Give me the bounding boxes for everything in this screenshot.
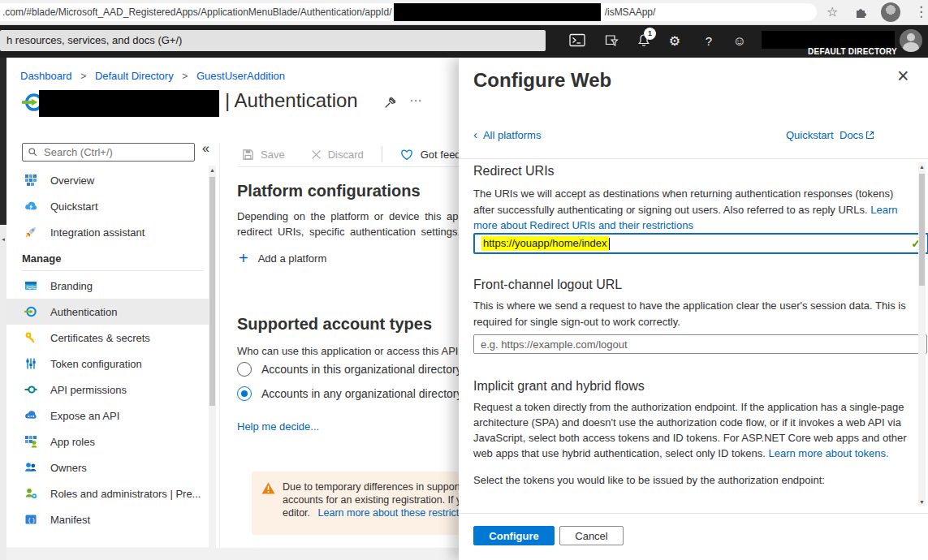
breadcrumb-separator: >: [80, 71, 86, 82]
help-me-decide-link[interactable]: Help me decide...: [237, 420, 319, 433]
warning-line1: Due to temporary differences in supporte…: [283, 480, 481, 493]
feedback-smiley-icon[interactable]: ☺: [731, 33, 749, 50]
sidebar-separator: [219, 143, 220, 549]
browser-profile-avatar[interactable]: [881, 2, 900, 22]
notification-badge: 1: [644, 28, 656, 40]
sidebar-item-integration-assistant[interactable]: Integration assistant: [6, 219, 209, 245]
page-title: | Authentication: [225, 89, 358, 112]
url-prefix: .com/#blade/Microsoft_AAD_RegisteredApps…: [0, 6, 392, 18]
logout-url-input[interactable]: e.g. https://example.com/logout: [473, 334, 927, 354]
sidebar-item-token-configuration[interactable]: Token configuration: [6, 351, 209, 377]
warning-triangle-icon: [261, 482, 275, 498]
cancel-button[interactable]: Cancel: [559, 526, 624, 545]
all-platforms-label: All platforms: [483, 129, 542, 141]
all-platforms-back-link[interactable]: ‹ All platforms: [473, 127, 541, 141]
close-icon[interactable]: ×: [897, 64, 909, 88]
learn-more-tokens-link[interactable]: Learn more about tokens.: [769, 447, 889, 459]
pin-icon[interactable]: [383, 96, 397, 113]
roles-admins-icon: [24, 487, 37, 500]
panel-scrollbar[interactable]: ▲ ▼: [918, 162, 926, 506]
platform-desc-line1: Depending on the platform or device this…: [237, 210, 459, 222]
scrollbar-thumb[interactable]: [919, 174, 925, 286]
help-icon[interactable]: ?: [700, 33, 718, 50]
sidebar-item-api-permissions[interactable]: API permissions: [6, 377, 209, 403]
sidebar-item-authentication[interactable]: Authentication: [6, 299, 209, 325]
radio-label: Accounts in any organizational directory…: [261, 387, 477, 400]
quickstart-link[interactable]: Quickstart: [786, 129, 834, 141]
sidebar-collapse-icon[interactable]: «: [202, 141, 209, 156]
configure-button[interactable]: Configure: [473, 526, 555, 545]
app-roles-icon: [24, 435, 37, 448]
sidebar-item-label: Authentication: [50, 306, 117, 318]
text-caret: [609, 238, 610, 250]
expose-api-cloud-icon: [24, 409, 37, 422]
toolbar-separator: [382, 146, 382, 162]
add-platform-button[interactable]: + Add a platform: [239, 251, 326, 265]
address-bar[interactable]: .com/#blade/Microsoft_AAD_RegisteredApps…: [0, 3, 817, 21]
sidebar-item-label: Quickstart: [50, 200, 98, 213]
breadcrumb-guestuseraddition[interactable]: GuestUserAddition: [196, 70, 285, 82]
breadcrumb-default-directory[interactable]: Default Directory: [95, 70, 174, 82]
radio-option-any-directory[interactable]: Accounts in any organizational directory…: [237, 386, 477, 401]
bookmark-star-icon[interactable]: ☆: [827, 4, 838, 20]
title-more-icon[interactable]: …: [409, 90, 424, 105]
strip-arrow-icon: ◂: [0, 236, 6, 243]
panel-divider: [459, 158, 928, 159]
browser-menu-dots-icon[interactable]: ⋮: [914, 4, 928, 20]
warning-line3: editor. Learn more about these restricti…: [283, 506, 481, 519]
sidebar-item-owners[interactable]: Owners: [6, 454, 209, 480]
global-search-input[interactable]: h resources, services, and docs (G+/): [0, 30, 546, 51]
scroll-down-icon[interactable]: ▼: [918, 499, 926, 505]
radio-unselected-icon[interactable]: [237, 362, 252, 377]
extensions-puzzle-icon[interactable]: [854, 6, 867, 23]
save-button[interactable]: Save: [242, 149, 285, 161]
discard-button[interactable]: Discard: [311, 149, 364, 161]
scroll-up-icon[interactable]: ▲: [918, 164, 926, 170]
supported-account-types-title: Supported account types: [237, 315, 432, 334]
panel-footer-divider: [459, 513, 928, 514]
breadcrumb-dashboard[interactable]: Dashboard: [20, 70, 72, 82]
scrollbar-thumb[interactable]: [209, 177, 215, 406]
sidebar-item-expose-an-api[interactable]: Expose an API: [6, 403, 209, 429]
sidebar-item-app-roles[interactable]: App roles: [6, 429, 209, 454]
scroll-up-icon[interactable]: ▲: [209, 167, 216, 173]
heart-icon: [400, 149, 413, 161]
warning-line3-text: editor.: [283, 507, 310, 519]
settings-gear-icon[interactable]: ⚙: [666, 33, 684, 50]
sidebar-manage-header: Manage: [6, 245, 209, 268]
sidebar-item-label: Token configuration: [50, 358, 142, 370]
sidebar-item-manifest[interactable]: () Manifest: [6, 506, 209, 532]
radio-option-this-directory[interactable]: Accounts in this organizational director…: [237, 362, 475, 377]
sidebar-item-overview[interactable]: Overview: [6, 167, 209, 193]
sidebar-item-certificates-secrets[interactable]: Certificates & secrets: [6, 325, 209, 351]
sidebar-item-roles-and-administrators[interactable]: Roles and administrators | Pre...: [6, 480, 209, 506]
sidebar-menu: Overview Quickstart Integration assistan…: [6, 167, 209, 532]
redacted-app-id: [394, 3, 601, 21]
branding-icon: [24, 279, 37, 292]
sidebar-item-label: Overview: [50, 174, 94, 187]
overview-grid-icon: [24, 174, 37, 187]
sidebar-item-quickstart[interactable]: Quickstart: [6, 193, 209, 219]
sidebar-search-input[interactable]: [42, 145, 183, 159]
directory-filter-icon[interactable]: [602, 33, 620, 50]
account-types-question: Who can use this application or access t…: [237, 345, 464, 357]
sidebar-scrollbar[interactable]: ▲ ▼: [209, 166, 216, 560]
account-avatar[interactable]: [900, 29, 922, 52]
platform-configurations-title: Platform configurations: [237, 182, 421, 200]
sidebar-divider: [22, 270, 204, 271]
svg-text:(): (): [28, 516, 36, 523]
docs-link[interactable]: Docs: [840, 129, 874, 141]
redirect-uri-value: https://youapp/home/index: [481, 236, 609, 251]
implicit-grant-desc: Request a token directly from the author…: [473, 399, 916, 461]
radio-label: Accounts in this organizational director…: [261, 363, 475, 376]
search-icon: [28, 147, 38, 157]
radio-selected-icon[interactable]: [237, 386, 252, 401]
save-label: Save: [261, 149, 285, 161]
restrictions-link[interactable]: Learn more about these restrictions.: [318, 507, 481, 519]
sidebar-item-branding[interactable]: Branding: [6, 273, 209, 299]
command-bar: Save Discard Got feedback?: [242, 144, 489, 164]
discard-x-icon: [311, 149, 322, 160]
redirect-uri-input[interactable]: https://youapp/home/index ✓: [473, 233, 928, 254]
sidebar-search[interactable]: [22, 143, 195, 162]
cloud-shell-icon[interactable]: [568, 33, 586, 50]
